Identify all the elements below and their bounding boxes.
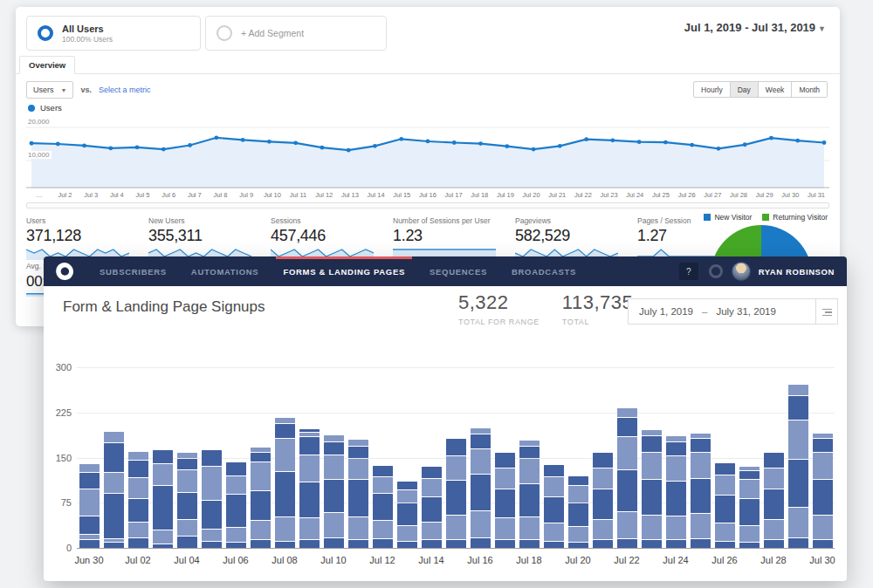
bar-segment <box>299 518 320 538</box>
x-tick-label: Jul 06 <box>223 555 248 565</box>
granularity-hourly-button[interactable]: Hourly <box>693 81 731 98</box>
ga-toolbar: Users ▼ vs. Select a metric HourlyDayWee… <box>26 80 828 99</box>
avatar[interactable] <box>732 262 751 281</box>
x-tick-label: Jul 16 <box>467 555 492 565</box>
ga-x-tick-label: Jul 28 <box>725 191 752 199</box>
ga-timeline-strip[interactable] <box>26 202 829 209</box>
bar-segment <box>495 468 515 489</box>
ga-x-tick-label: Jul 21 <box>544 191 570 199</box>
x-tick-label: Jul 24 <box>663 555 688 565</box>
bar-segment <box>299 433 320 437</box>
bar-segment <box>739 480 760 498</box>
ga-y-tick-label: 20,000 <box>28 118 52 126</box>
ck-nav-right: ? RYAN ROBINSON <box>679 262 847 281</box>
bar-segment <box>739 543 760 548</box>
ga-x-tick-label: Jul 18 <box>466 191 492 199</box>
ga-date-range-selector[interactable]: Jul 1, 2019 - Jul 31, 2019▼ <box>684 21 826 34</box>
bar-segment <box>788 420 808 459</box>
bar-segment <box>299 429 320 431</box>
granularity-month-button[interactable]: Month <box>792 81 828 98</box>
bar-segment <box>397 482 417 489</box>
bar-segment <box>251 462 271 490</box>
nav-item-subscribers[interactable]: SUBSCRIBERS <box>87 256 179 286</box>
x-tick-label: Jul 04 <box>174 555 199 565</box>
bar-segment <box>568 527 588 542</box>
bar-jul-14 <box>422 467 442 548</box>
segment-ring-icon <box>38 25 53 41</box>
granularity-week-button[interactable]: Week <box>759 81 793 98</box>
stat-block: 113,735TOTAL <box>562 291 633 326</box>
add-segment-button[interactable]: + Add Segment <box>205 16 387 51</box>
all-users-segment-chip[interactable]: All Users 100.00% Users <box>26 16 201 51</box>
bar-segment <box>642 516 662 539</box>
x-tick-label: Jul 28 <box>760 555 786 565</box>
bar-segment <box>79 516 100 534</box>
nav-item-automations[interactable]: AUTOMATIONS <box>179 256 272 286</box>
granularity-day-button[interactable]: Day <box>731 81 759 98</box>
bar-segment <box>739 467 760 470</box>
bar-segment <box>519 540 540 548</box>
ga-x-tick-label: Jul 11 <box>285 191 312 199</box>
bar-segment <box>617 512 637 538</box>
bar-segment <box>495 540 515 548</box>
bar-segment <box>104 473 124 493</box>
bar-segment <box>544 542 564 548</box>
bar-jul-17 <box>495 453 515 548</box>
bar-segment <box>104 443 124 473</box>
bar-segment <box>324 435 344 441</box>
bar-segment <box>397 526 417 540</box>
bar-segment <box>348 517 368 539</box>
bar-segment <box>715 496 735 523</box>
nav-item-forms-landing-pages[interactable]: FORMS & LANDING PAGES <box>271 256 417 286</box>
bar-segment <box>764 540 784 548</box>
bar-segment <box>324 480 344 512</box>
x-tick-label: Jun 30 <box>74 555 103 565</box>
bar-segment <box>324 513 344 537</box>
ga-x-tick-label: Jul 5 <box>130 191 156 199</box>
bar-segment <box>593 453 613 467</box>
bar-segment <box>422 540 442 548</box>
nav-item-sequences[interactable]: SEQUENCES <box>417 256 499 286</box>
help-button[interactable]: ? <box>679 263 698 280</box>
convertkit-logo-icon[interactable] <box>54 261 75 282</box>
bar-segment <box>226 543 246 548</box>
metric-select-dropdown[interactable]: Users ▼ <box>26 81 73 99</box>
bar-jun-30 <box>79 464 100 548</box>
metric-value: 457,446 <box>271 227 381 245</box>
select-a-metric-link[interactable]: Select a metric <box>99 85 151 94</box>
nav-item-broadcasts[interactable]: BROADCASTS <box>499 256 588 286</box>
bar-segment <box>104 539 124 542</box>
bar-segment <box>373 477 393 493</box>
legend-label: New Visitor <box>714 213 752 222</box>
notification-ring-icon[interactable] <box>709 264 723 278</box>
x-tick-label: Jul 26 <box>711 555 737 565</box>
bar-segment <box>128 461 148 476</box>
x-tick-label: Jul 12 <box>369 555 395 565</box>
x-tick-label: Jul 22 <box>614 555 639 565</box>
bar-segment <box>666 436 686 441</box>
ga-x-tick-label: … <box>26 191 52 199</box>
user-name[interactable]: RYAN ROBINSON <box>759 267 835 277</box>
bar-segment <box>446 540 466 548</box>
bar-segment <box>373 539 393 548</box>
bar-segment <box>691 514 711 538</box>
ga-legend-label: Users <box>40 103 62 113</box>
date-options-button[interactable] <box>816 298 838 325</box>
signups-bar-chart: 300225150750Jun 30Jul 02Jul 04Jul 06Jul … <box>44 354 847 572</box>
bar-segment <box>153 530 173 543</box>
ga-x-tick-label: Jul 25 <box>648 191 674 199</box>
bar-segment <box>251 453 271 462</box>
bar-segment <box>79 535 100 539</box>
bar-segment <box>128 523 148 537</box>
ga-x-tick-label: Jul 2 <box>52 191 79 199</box>
tab-overview[interactable]: Overview <box>19 56 75 74</box>
bar-segment <box>348 540 368 548</box>
bar-segment <box>593 468 613 489</box>
bar-jul-19 <box>544 465 564 548</box>
date-range-input[interactable]: July 1, 2019 – July 31, 2019 <box>628 298 816 325</box>
bar-segment <box>471 449 491 474</box>
bar-jul-22 <box>617 408 637 548</box>
ga-x-tick-label: Jul 15 <box>388 191 415 199</box>
stat-value: 113,735 <box>562 291 633 314</box>
bar-segment <box>739 499 760 524</box>
